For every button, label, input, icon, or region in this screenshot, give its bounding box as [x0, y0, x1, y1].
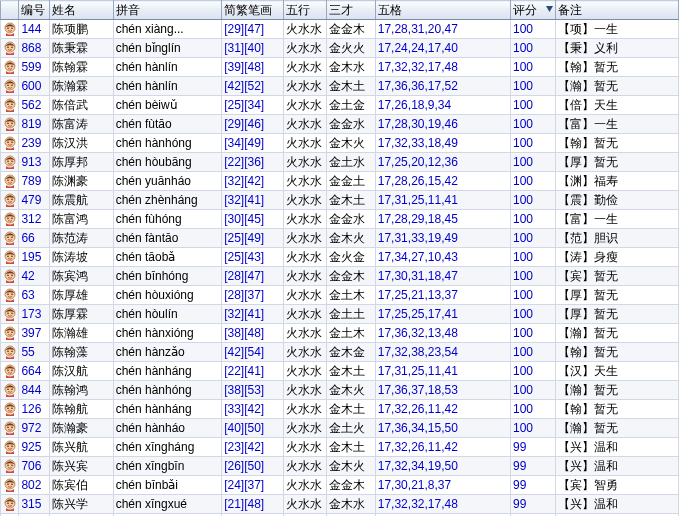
table-row[interactable]: 315陈兴学chén xīngxué[21][48]火水水金木水17,32,32… [1, 495, 679, 514]
cell-remark: 【秉】义利 [556, 39, 679, 58]
cell-remark: 【富】一生 [556, 210, 679, 229]
cell-strokes: [33][42] [222, 400, 283, 419]
cell-remark: 【兴】温和 [556, 457, 679, 476]
cell-name: 陈翰航 [50, 400, 113, 419]
cell-pinyin: chén hànhóng [113, 134, 222, 153]
cell-score: 100 [510, 267, 555, 286]
face-icon [3, 440, 17, 454]
cell-wuxing: 火水水 [283, 172, 326, 191]
table-row[interactable]: 239陈汉洪chén hànhóng[34][49]火水水金木火17,32,33… [1, 134, 679, 153]
cell-no: 66 [19, 229, 50, 248]
table-row[interactable]: 802陈宾伯chén bīnbǎi[24][37]火水水金金木17,30,21,… [1, 476, 679, 495]
cell-name: 陈汉航 [50, 362, 113, 381]
face-icon [3, 212, 17, 226]
table-row[interactable]: 819陈富涛chén fùtāo[29][46]火水水金金水17,28,30,1… [1, 115, 679, 134]
cell-name: 陈震航 [50, 191, 113, 210]
cell-name: 陈翰霖 [50, 58, 113, 77]
header-icon[interactable] [1, 1, 19, 20]
table-row[interactable]: 562陈倍武chén bèiwǔ[25][34]火水水金土金17,26,18,9… [1, 96, 679, 115]
cell-strokes: [30][45] [222, 210, 283, 229]
cell-sancai: 金金木 [326, 476, 375, 495]
table-row[interactable]: 195陈涛坡chén tāobǎ[25][43]火水水金火金17,34,27,1… [1, 248, 679, 267]
cell-name: 陈渊豪 [50, 172, 113, 191]
face-icon [3, 421, 17, 435]
table-row[interactable]: 63陈厚雄chén hòuxióng[28][37]火水水金土木17,25,21… [1, 286, 679, 305]
cell-strokes: [38][48] [222, 324, 283, 343]
cell-score: 100 [510, 96, 555, 115]
table-row[interactable]: 925陈兴航chén xīngháng[23][42]火水水金木土17,32,2… [1, 438, 679, 457]
header-sancai[interactable]: 三才 [326, 1, 375, 20]
cell-icon [1, 153, 19, 172]
cell-sancai: 金土水 [326, 153, 375, 172]
cell-icon [1, 495, 19, 514]
cell-wuxing: 火水水 [283, 495, 326, 514]
header-pinyin[interactable]: 拼音 [113, 1, 222, 20]
cell-wuxing: 火水水 [283, 20, 326, 39]
header-score[interactable]: 评分 [510, 1, 555, 20]
table-row[interactable]: 397陈瀚雄chén hànxióng[38][48]火水水金土木17,36,3… [1, 324, 679, 343]
cell-no: 913 [19, 153, 50, 172]
cell-pinyin: chén hànhóng [113, 381, 222, 400]
cell-icon [1, 58, 19, 77]
svg-point-10 [7, 85, 9, 87]
table-row[interactable]: 66陈范涛chén fàntāo[25][49]火水水金木火17,31,33,1… [1, 229, 679, 248]
table-row[interactable]: 42陈宾鸿chén bīnhóng[28][47]火水水金金木17,30,31,… [1, 267, 679, 286]
table-row[interactable]: 144陈项鹏chén xiàng...[29][47]火水水金金木17,28,3… [1, 20, 679, 39]
table-row[interactable]: 55陈翰藻chén hànzǎo[42][54]火水水金木金17,32,38,2… [1, 343, 679, 362]
cell-strokes: [25][34] [222, 96, 283, 115]
cell-wuxing: 火水水 [283, 191, 326, 210]
cell-sancai: 金木火 [326, 229, 375, 248]
cell-strokes: [38][53] [222, 381, 283, 400]
svg-point-26 [11, 180, 13, 182]
cell-no: 55 [19, 343, 50, 362]
cell-strokes: [39][48] [222, 58, 283, 77]
table-row[interactable]: 664陈汉航chén hànháng[22][41]火水水金木土17,31,25… [1, 362, 679, 381]
cell-no: 173 [19, 305, 50, 324]
svg-point-76 [7, 503, 9, 505]
cell-sancai: 金火金 [326, 248, 375, 267]
cell-sancai: 金木土 [326, 438, 375, 457]
table-row[interactable]: 600陈瀚霖chén hànlín[42][52]火水水金木土17,36,36,… [1, 77, 679, 96]
cell-no: 397 [19, 324, 50, 343]
table-row[interactable]: 173陈厚霖chén hòulín[32][41]火水水金土土17,25,25,… [1, 305, 679, 324]
cell-wuge: 17,32,34,19,50 [375, 457, 510, 476]
cell-icon [1, 210, 19, 229]
table-row[interactable]: 312陈富鸿chén fùhóng[30][45]火水水金金水17,28,29,… [1, 210, 679, 229]
header-wuge[interactable]: 五格 [375, 1, 510, 20]
cell-strokes: [24][37] [222, 476, 283, 495]
header-name[interactable]: 姓名 [50, 1, 113, 20]
table-row[interactable]: 706陈兴宾chén xīngbīn[26][50]火水水金木火17,32,34… [1, 457, 679, 476]
table-row[interactable]: 844陈翰鸿chén hànhóng[38][53]火水水金木火17,36,37… [1, 381, 679, 400]
table-row[interactable]: 913陈厚邦chén hòubāng[22][36]火水水金土水17,25,20… [1, 153, 679, 172]
cell-remark: 【翰】暂无 [556, 58, 679, 77]
cell-wuxing: 火水水 [283, 134, 326, 153]
face-icon [3, 22, 17, 36]
cell-pinyin: chén hòuxióng [113, 286, 222, 305]
svg-point-32 [11, 218, 13, 220]
cell-wuge: 17,32,32,17,48 [375, 495, 510, 514]
face-icon [3, 231, 17, 245]
table-row[interactable]: 126陈翰航chén hànháng[33][42]火水水金木土17,32,26… [1, 400, 679, 419]
cell-strokes: [42][52] [222, 77, 283, 96]
svg-point-56 [11, 370, 13, 372]
table-row[interactable]: 479陈震航chén zhènháng[32][41]火水水金木土17,31,2… [1, 191, 679, 210]
header-no[interactable]: 编号 [19, 1, 50, 20]
cell-wuxing: 火水水 [283, 248, 326, 267]
table-row[interactable]: 789陈渊豪chén yuānháo[32][42]火水水金金土17,28,26… [1, 172, 679, 191]
svg-point-43 [7, 294, 9, 296]
table-row[interactable]: 972陈瀚豪chén hànháo[40][50]火水水金土火17,36,34,… [1, 419, 679, 438]
cell-sancai: 金木火 [326, 457, 375, 476]
table-header: 编号 姓名 拼音 简繁笔画 五行 三才 五格 评分 备注 [1, 1, 679, 20]
table-row[interactable]: 599陈翰霖chén hànlín[39][48]火水水金木水17,32,32,… [1, 58, 679, 77]
cell-no: 844 [19, 381, 50, 400]
table-row[interactable]: 868陈秉霖chén bǐnglín[31][40]火水水金火火17,24,24… [1, 39, 679, 58]
svg-point-8 [11, 66, 13, 68]
face-icon [3, 364, 17, 378]
header-strokes[interactable]: 简繁笔画 [222, 1, 283, 20]
cell-no: 42 [19, 267, 50, 286]
header-remark[interactable]: 备注 [556, 1, 679, 20]
header-wuxing[interactable]: 五行 [283, 1, 326, 20]
svg-point-77 [11, 503, 13, 505]
svg-point-5 [11, 47, 13, 49]
cell-no: 144 [19, 20, 50, 39]
